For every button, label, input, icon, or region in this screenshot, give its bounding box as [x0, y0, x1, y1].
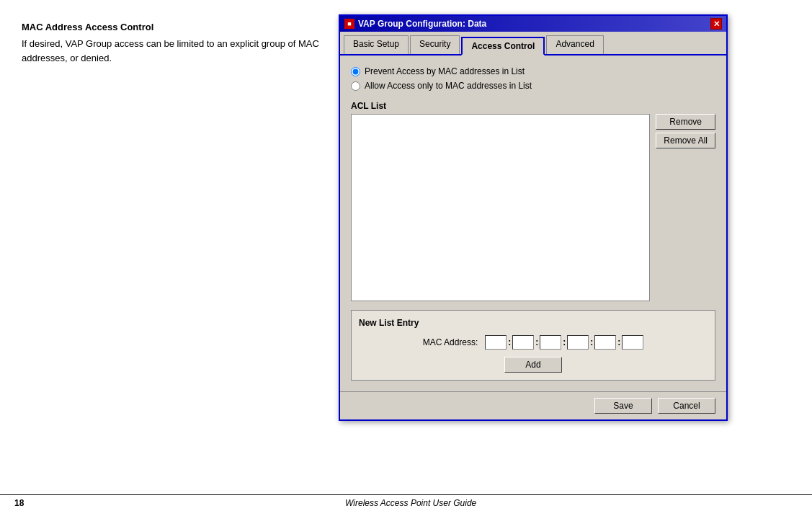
- dialog-body: Prevent Access by MAC addresses in List …: [340, 55, 726, 391]
- dialog-footer: Save Cancel: [340, 391, 726, 419]
- mac-address-label: MAC Address:: [423, 337, 478, 347]
- page-footer: 18 Wireless Access Point User Guide: [0, 494, 812, 511]
- mac-sep-1: :: [508, 337, 511, 347]
- radio-allow-option[interactable]: Allow Access only to MAC addresses in Li…: [351, 81, 715, 91]
- footer-page-number: 18: [14, 498, 24, 508]
- right-panel: ■ VAP Group Configuration: Data ✕ Basic …: [339, 14, 805, 487]
- acl-list-label: ACL List: [351, 101, 715, 111]
- left-description: If desired, VAP Group access can be limi…: [22, 37, 324, 65]
- mac-octet-1[interactable]: [485, 335, 507, 350]
- mac-octet-6[interactable]: [622, 335, 643, 350]
- acl-listbox[interactable]: [351, 114, 650, 301]
- mac-sep-3: :: [563, 337, 566, 347]
- mac-octet-3[interactable]: [540, 335, 561, 350]
- tab-bar: Basic Setup Security Access Control Adva…: [340, 32, 726, 55]
- mac-sep-4: :: [590, 337, 593, 347]
- dialog-title-text: VAP Group Configuration: Data: [358, 19, 486, 29]
- remove-all-button[interactable]: Remove All: [656, 133, 715, 148]
- new-entry-title: New List Entry: [359, 318, 708, 328]
- new-list-entry-section: New List Entry MAC Address: : : : :: [351, 310, 715, 381]
- dialog-titlebar: ■ VAP Group Configuration: Data ✕: [340, 16, 726, 32]
- left-heading: MAC Address Access Control: [22, 22, 324, 32]
- radio-prevent-option[interactable]: Prevent Access by MAC addresses in List: [351, 66, 715, 76]
- acl-content: Remove Remove All: [351, 114, 715, 301]
- mac-octet-5[interactable]: [594, 335, 616, 350]
- add-btn-row: Add: [359, 357, 708, 373]
- mac-fields: : : : : :: [485, 335, 643, 350]
- radio-group: Prevent Access by MAC addresses in List …: [351, 66, 715, 91]
- dialog-window: ■ VAP Group Configuration: Data ✕ Basic …: [339, 14, 728, 421]
- title-icon: ■: [344, 19, 354, 29]
- tab-access-control[interactable]: Access Control: [461, 37, 545, 55]
- mac-octet-2[interactable]: [512, 335, 534, 350]
- radio-prevent[interactable]: [351, 67, 360, 76]
- left-panel: MAC Address Access Control If desired, V…: [7, 14, 339, 487]
- acl-section: ACL List Remove Remove All: [351, 101, 715, 301]
- mac-sep-5: :: [617, 337, 620, 347]
- tab-security[interactable]: Security: [410, 35, 460, 54]
- cancel-button[interactable]: Cancel: [658, 398, 715, 414]
- tab-basic-setup[interactable]: Basic Setup: [344, 35, 409, 54]
- mac-sep-2: :: [535, 337, 538, 347]
- footer-doc-title: Wireless Access Point User Guide: [345, 498, 476, 508]
- radio-prevent-label: Prevent Access by MAC addresses in List: [365, 66, 525, 76]
- mac-octet-4[interactable]: [567, 335, 589, 350]
- save-button[interactable]: Save: [594, 398, 652, 414]
- acl-buttons: Remove Remove All: [656, 114, 715, 148]
- mac-address-row: MAC Address: : : : : :: [359, 335, 708, 350]
- radio-allow[interactable]: [351, 81, 360, 91]
- remove-button[interactable]: Remove: [656, 114, 715, 130]
- tab-advanced[interactable]: Advanced: [546, 35, 603, 54]
- dialog-title-bar: ■ VAP Group Configuration: Data: [344, 19, 486, 29]
- close-button[interactable]: ✕: [710, 18, 722, 30]
- radio-allow-label: Allow Access only to MAC addresses in Li…: [365, 81, 532, 91]
- add-button[interactable]: Add: [504, 357, 562, 373]
